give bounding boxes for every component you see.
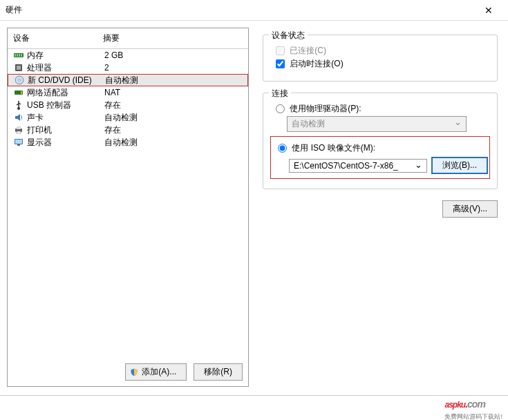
device-name: 新 CD/DVD (IDE) bbox=[28, 75, 105, 86]
list-header: 设备 摘要 bbox=[8, 28, 248, 49]
connection-group: 连接 使用物理驱动器(P): 自动检测 使用 ISO 映像文件(M): E:\C… bbox=[263, 93, 498, 189]
iso-path-select[interactable]: E:\CentOS7\CentOS-7-x86_ bbox=[289, 159, 427, 173]
advanced-button[interactable]: 高级(V)... bbox=[442, 200, 498, 218]
device-row[interactable]: 网络适配器NAT bbox=[8, 86, 248, 99]
memory-icon bbox=[13, 50, 24, 61]
device-row[interactable]: USB 控制器存在 bbox=[8, 99, 248, 111]
svg-rect-10 bbox=[21, 91, 22, 94]
svg-rect-6 bbox=[17, 66, 21, 70]
device-name: 打印机 bbox=[27, 124, 104, 136]
svg-point-8 bbox=[19, 79, 21, 82]
physical-drive-select[interactable]: 自动检测 bbox=[287, 116, 467, 132]
svg-point-11 bbox=[17, 107, 20, 110]
nic-icon bbox=[13, 87, 24, 98]
settings-panel: 设备状态 已连接(C) 启动时连接(O) 连接 使用物理驱动器(P): 自动检测… bbox=[259, 28, 501, 387]
device-name: 内存 bbox=[27, 50, 104, 61]
device-summary: 自动检测 bbox=[104, 112, 243, 124]
physical-drive-radio[interactable]: 使用物理驱动器(P): bbox=[276, 103, 490, 115]
display-icon bbox=[13, 137, 24, 148]
hardware-list-panel: 设备 摘要 内存2 GB处理器2新 CD/DVD (IDE)自动检测网络适配器N… bbox=[7, 28, 249, 387]
cpu-icon bbox=[13, 62, 24, 73]
device-summary: 存在 bbox=[104, 99, 243, 111]
device-summary: 自动检测 bbox=[104, 137, 243, 149]
device-summary: NAT bbox=[104, 88, 243, 97]
device-name: 声卡 bbox=[27, 112, 104, 124]
col-device: 设备 bbox=[13, 32, 103, 44]
device-summary: 存在 bbox=[104, 124, 243, 136]
status-title: 设备状态 bbox=[269, 30, 308, 41]
device-summary: 自动检测 bbox=[105, 75, 242, 86]
printer-icon bbox=[13, 124, 24, 135]
device-row[interactable]: 处理器2 bbox=[8, 61, 248, 74]
svg-rect-2 bbox=[17, 54, 18, 57]
device-row[interactable]: 内存2 GB bbox=[8, 49, 248, 61]
device-row[interactable]: 打印机存在 bbox=[8, 124, 248, 136]
conn-title: 连接 bbox=[269, 88, 291, 99]
device-name: USB 控制器 bbox=[27, 99, 104, 111]
connected-checkbox[interactable]: 已连接(C) bbox=[276, 45, 490, 57]
titlebar: 硬件 ✕ bbox=[0, 0, 508, 21]
remove-button[interactable]: 移除(R) bbox=[194, 363, 243, 381]
svg-rect-17 bbox=[17, 144, 20, 146]
close-icon[interactable]: ✕ bbox=[475, 5, 502, 16]
svg-rect-4 bbox=[21, 54, 22, 57]
shield-icon bbox=[130, 368, 138, 376]
device-status-group: 设备状态 已连接(C) 启动时连接(O) bbox=[263, 35, 498, 82]
device-name: 处理器 bbox=[27, 62, 104, 74]
device-row[interactable]: 显示器自动检测 bbox=[8, 136, 248, 149]
connect-on-start-checkbox[interactable]: 启动时连接(O) bbox=[276, 58, 490, 70]
device-name: 网络适配器 bbox=[27, 87, 104, 99]
disc-icon bbox=[14, 75, 25, 86]
svg-rect-16 bbox=[15, 140, 22, 144]
add-button[interactable]: 添加(A)... bbox=[125, 363, 187, 381]
device-row[interactable]: 新 CD/DVD (IDE)自动检测 bbox=[8, 74, 248, 86]
svg-rect-1 bbox=[15, 54, 16, 57]
device-summary: 2 GB bbox=[104, 50, 243, 60]
usb-icon bbox=[13, 99, 24, 111]
sound-icon bbox=[13, 112, 24, 123]
watermark: aspku.com 免费网站源码下载站! bbox=[444, 390, 502, 420]
device-summary: 2 bbox=[104, 63, 243, 73]
browse-button[interactable]: 浏览(B)... bbox=[431, 157, 488, 174]
bottom-bar: 关闭 bbox=[0, 395, 508, 417]
iso-highlight-box: 使用 ISO 映像文件(M): E:\CentOS7\CentOS-7-x86_… bbox=[270, 136, 490, 179]
device-list: 内存2 GB处理器2新 CD/DVD (IDE)自动检测网络适配器NATUSB … bbox=[8, 49, 248, 358]
svg-rect-3 bbox=[19, 54, 20, 57]
iso-radio[interactable]: 使用 ISO 映像文件(M): bbox=[278, 142, 488, 154]
col-summary: 摘要 bbox=[103, 32, 243, 44]
svg-rect-14 bbox=[17, 131, 21, 133]
device-row[interactable]: 声卡自动检测 bbox=[8, 111, 248, 124]
window-title: 硬件 bbox=[6, 4, 475, 16]
device-name: 显示器 bbox=[27, 137, 104, 149]
svg-rect-13 bbox=[17, 126, 21, 129]
